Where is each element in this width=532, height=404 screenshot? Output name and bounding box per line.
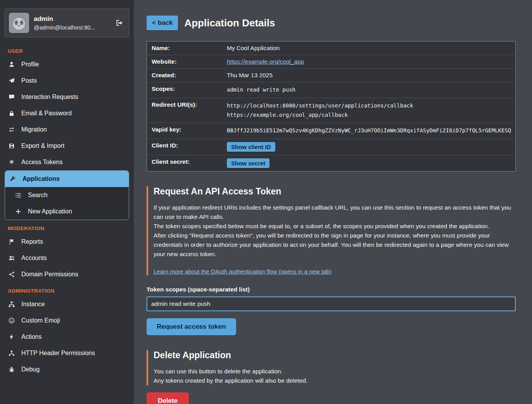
sidebar-group-applications: Applications Search New Application (5, 170, 129, 220)
sidebar-item-label: Domain Permissions (21, 271, 78, 278)
back-button[interactable]: < back (147, 16, 178, 30)
request-access-token-button[interactable]: Request access token (147, 318, 236, 335)
token-section-title: Request An API Access Token (154, 186, 516, 197)
sidebar-item-label: Debug (21, 366, 40, 373)
avatar (9, 13, 29, 33)
token-scopes-label: Token scopes (space-separated list) (147, 286, 516, 293)
lock-icon (8, 110, 16, 116)
sidebar-item-label: Reports (21, 238, 43, 245)
delete-section-text: Delete Application You can use this butt… (147, 350, 516, 385)
table-row-vapid-key: Vapid key: BBJffJ219b5iE512m7wQSzv4KgKDh… (147, 123, 516, 139)
sidebar-item-custom-emoji[interactable]: Custom Emoji (4, 312, 130, 329)
sidebar-nav: USER Profile Posts Interaction Requests … (4, 43, 130, 378)
sidebar-item-new-application[interactable]: New Application (5, 203, 129, 220)
sidebar-item-label: Applications (22, 175, 60, 182)
table-row-redirect-uris: Redirect URI(s): http://localhost:8080/s… (147, 98, 516, 123)
flag-icon (8, 239, 16, 245)
show-secret-button[interactable]: Show secret (227, 158, 269, 168)
sidebar-item-reports[interactable]: Reports (4, 234, 130, 250)
token-section-text: Request An API Access Token If your appl… (147, 186, 516, 275)
sidebar: admin @admin@localhost:80... USER Profil… (0, 0, 134, 404)
sidebar-item-label: Export & Import (21, 142, 64, 149)
sidebar-item-migration[interactable]: Migration (4, 121, 130, 138)
table-row-website: Website: https://example.org/cool_app (147, 55, 516, 69)
plus-icon (14, 208, 22, 215)
sidebar-item-debug[interactable]: Debug (4, 361, 130, 378)
row-label: Vapid key: (147, 123, 225, 139)
bug-icon (8, 366, 16, 373)
sidebar-item-label: Access Tokens (21, 159, 62, 166)
vapid-key-value: BBJffJ219b5iE512m7wQSzv4KgKDhgZZVzNyWC_r… (225, 123, 516, 139)
sidebar-item-access-tokens[interactable]: Access Tokens (4, 154, 130, 170)
row-label: Client ID: (147, 139, 225, 155)
sidebar-item-label: Accounts (21, 255, 47, 262)
token-scopes-input[interactable] (147, 296, 516, 311)
delete-button[interactable]: Delete (147, 392, 189, 404)
exchange-icon (8, 127, 16, 133)
sidebar-item-email-password[interactable]: Email & Password (4, 105, 130, 121)
bolt-icon (8, 334, 16, 340)
sidebar-item-label: Email & Password (21, 110, 72, 117)
network-icon (8, 350, 16, 356)
smiley-icon (8, 317, 16, 324)
row-label: Scopes: (147, 82, 225, 98)
sitemap-icon (8, 301, 16, 307)
sidebar-item-label: Profile (21, 61, 39, 68)
comment-icon (8, 94, 16, 100)
oauth-docs-link[interactable]: Learn more about the OAuth authenticatio… (154, 268, 332, 275)
redirect-uris-value: http://localhost:8080/settings/user/appl… (225, 98, 516, 123)
sidebar-item-applications-search[interactable]: Search (5, 187, 129, 203)
sign-out-icon[interactable] (114, 18, 125, 28)
sidebar-item-instance[interactable]: Instance (4, 296, 130, 312)
floppy-icon (8, 143, 16, 149)
sidebar-item-profile[interactable]: Profile (4, 56, 130, 73)
page-title: Application Details (184, 17, 275, 29)
sidebar-item-domain-permissions[interactable]: Domain Permissions (4, 266, 130, 283)
token-scopes-field: Token scopes (space-separated list) (147, 286, 516, 311)
show-client-id-button[interactable]: Show client ID (227, 142, 275, 152)
delete-section-line: Any tokens created by the application wi… (154, 376, 516, 385)
user-icon (8, 61, 16, 68)
row-label: Website: (147, 55, 225, 69)
table-row-name: Name: My Cool Application (147, 42, 516, 55)
app-name-value: My Cool Application (225, 42, 516, 55)
token-section-paragraph: After clicking "Request access token", y… (154, 231, 516, 259)
website-link[interactable]: https://example.org/cool_app (227, 58, 304, 65)
redirect-uri: https://example.org/cool_app/callback (227, 111, 513, 120)
applications-submenu: Search New Application (5, 187, 129, 220)
asterisk-icon (8, 159, 16, 165)
tools-icon (9, 176, 17, 182)
sidebar-item-accounts[interactable]: Accounts (4, 250, 130, 266)
sidebar-item-label: HTTP Header Permissions (21, 350, 95, 357)
section-label-user: USER (4, 43, 130, 56)
sidebar-item-label: Search (28, 192, 48, 199)
table-row-scopes: Scopes: admin read write push (147, 82, 516, 98)
section-label-moderation: MODERATION (4, 220, 130, 234)
user-handle: @admin@localhost:80... (34, 24, 109, 31)
sidebar-item-actions[interactable]: Actions (4, 329, 130, 345)
scopes-value: admin read write push (225, 82, 516, 98)
delete-section: Delete Application You can use this butt… (147, 350, 516, 404)
main-content: < back Application Details Name: My Cool… (134, 0, 532, 404)
sidebar-item-interaction-requests[interactable]: Interaction Requests (4, 89, 130, 105)
row-label: Name: (147, 42, 225, 55)
table-row-client-secret: Client secret: Show secret (147, 155, 516, 172)
section-label-administration: ADMINISTRATION (4, 283, 130, 296)
sidebar-item-label: Migration (21, 126, 47, 133)
page-header: < back Application Details (147, 16, 516, 30)
sidebar-item-posts[interactable]: Posts (4, 73, 130, 89)
sidebar-item-applications[interactable]: Applications (5, 171, 129, 187)
users-icon (8, 255, 16, 261)
sidebar-item-export-import[interactable]: Export & Import (4, 138, 130, 154)
user-card[interactable]: admin @admin@localhost:80... (5, 9, 129, 37)
created-value: Thu Mar 13 2025 (225, 69, 516, 82)
user-meta: admin @admin@localhost:80... (34, 15, 109, 31)
sidebar-item-label: Actions (21, 333, 41, 340)
sidebar-item-http-header-permissions[interactable]: HTTP Header Permissions (4, 345, 130, 361)
sidebar-item-label: Custom Emoji (21, 317, 60, 324)
token-section: Request An API Access Token If your appl… (147, 186, 516, 335)
row-label: Created: (147, 69, 225, 82)
token-section-paragraph: The token scopes specified below must be… (154, 222, 516, 231)
sidebar-item-label: New Application (28, 208, 72, 215)
sidebar-item-label: Interaction Requests (21, 94, 78, 101)
